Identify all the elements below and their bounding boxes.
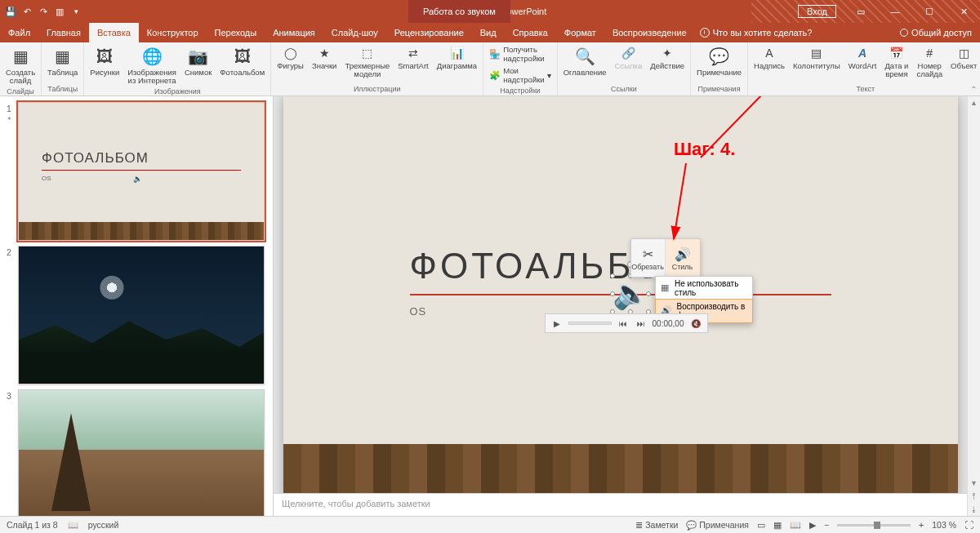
online-picture-icon: 🌐 xyxy=(140,45,163,68)
thumbnail-1[interactable]: ФОТОАЛЬБОМ OS 🔈 xyxy=(18,102,265,241)
link-icon: 🔗 xyxy=(620,45,636,61)
save-icon[interactable]: 💾 xyxy=(5,6,16,17)
comments-toggle[interactable]: 💬 Примечания xyxy=(686,520,749,531)
zoom-level[interactable]: 103 % xyxy=(932,520,956,530)
slideshow-view-icon[interactable]: ▶ xyxy=(809,520,816,531)
zoom-in-button[interactable]: + xyxy=(919,520,924,530)
thumbnail-2[interactable] xyxy=(18,246,265,384)
picture-icon: 🖼 xyxy=(93,45,116,68)
tab-рецензирование[interactable]: Рецензирование xyxy=(386,23,472,42)
reading-view-icon[interactable]: 📖 xyxy=(790,520,801,531)
group-illustrations: ◯Фигуры ★Значки ⬚Трехмерные модели ⇄Smar… xyxy=(271,42,483,95)
person-icon xyxy=(900,29,908,37)
slide-thumbnails-panel[interactable]: 1✶ ФОТОАЛЬБОМ OS 🔈 2 3 xyxy=(0,96,274,516)
tab-формат[interactable]: Формат xyxy=(556,23,604,42)
svg-line-1 xyxy=(674,163,686,239)
slide-editor: ФОТОАЛЬБОМ OS 🔈 ✂Обрезать xyxy=(274,96,967,516)
minimize-icon[interactable]: — xyxy=(879,0,911,23)
normal-view-icon[interactable]: ▭ xyxy=(757,520,765,531)
language-indicator[interactable]: русский xyxy=(88,520,119,530)
online-pictures-button[interactable]: 🌐Изображения из Интернета xyxy=(125,44,179,86)
object-button[interactable]: ◫Объект xyxy=(948,44,979,71)
comment-button[interactable]: 💬Примечание xyxy=(694,44,744,78)
slide-sorter-icon[interactable]: ▦ xyxy=(773,520,782,531)
notes-pane[interactable]: Щелкните, чтобы добавить заметки xyxy=(274,493,967,516)
pictures-button[interactable]: 🖼Рисунки xyxy=(87,44,122,78)
date-icon: 📅 xyxy=(889,45,905,61)
tab-переходы[interactable]: Переходы xyxy=(207,23,265,42)
scroll-up-icon[interactable]: ▲ xyxy=(970,96,978,109)
undo-icon[interactable]: ↶ xyxy=(21,6,33,17)
share-button[interactable]: Общий доступ xyxy=(900,23,980,42)
tab-анимация[interactable]: Анимация xyxy=(265,23,323,42)
tell-me-label: Что вы хотите сделать? xyxy=(713,28,813,38)
signin-button[interactable]: Вход xyxy=(798,5,836,18)
scroll-down-icon[interactable]: ▼ xyxy=(970,477,978,490)
action-button[interactable]: ✦Действие xyxy=(648,44,687,71)
maximize-icon[interactable]: ☐ xyxy=(913,0,946,23)
vertical-scrollbar[interactable]: ▲ ▼ ⭱ ⭳ xyxy=(967,96,980,516)
qat-dropdown-icon[interactable]: ▾ xyxy=(70,6,82,17)
slide-number-button[interactable]: #Номер слайда xyxy=(914,44,945,79)
number-icon: # xyxy=(921,45,938,61)
ribbon-tabs: ФайлГлавнаяВставкаКонструкторПереходыАни… xyxy=(0,23,980,42)
textbox-button[interactable]: AНадпись xyxy=(751,44,787,71)
3d-models-button[interactable]: ⬚Трехмерные модели xyxy=(342,44,392,79)
tab-файл[interactable]: Файл xyxy=(0,23,38,42)
object-icon: ◫ xyxy=(956,45,972,61)
icons-icon: ★ xyxy=(316,45,332,61)
cube-icon: ⬚ xyxy=(359,45,376,61)
chart-button[interactable]: 📊Диаграмма xyxy=(434,44,479,71)
smartart-button[interactable]: ⇄SmartArt xyxy=(395,44,430,71)
wordart-icon: A xyxy=(854,45,871,61)
tab-конструктор[interactable]: Конструктор xyxy=(139,23,207,42)
date-time-button[interactable]: 📅Дата и время xyxy=(882,44,911,79)
link-button[interactable]: 🔗Ссылка xyxy=(612,44,645,71)
screenshot-button[interactable]: 📷Снимок xyxy=(182,44,214,78)
animation-indicator-icon: ✶ xyxy=(7,115,12,122)
thumbnail-slot: 2 xyxy=(0,243,273,387)
zoom-out-button[interactable]: − xyxy=(824,520,829,530)
slide-number: 3 xyxy=(7,391,11,401)
tab-слайд-шоу[interactable]: Слайд-шоу xyxy=(323,23,386,42)
fit-to-window-icon[interactable]: ⛶ xyxy=(964,520,973,530)
get-addins-button[interactable]: 🏪Получить надстройки xyxy=(487,44,554,64)
album-icon: 🖼 xyxy=(231,45,254,68)
textbox-icon: A xyxy=(761,45,777,61)
close-icon[interactable]: ✕ xyxy=(947,0,980,23)
start-from-beginning-icon[interactable]: ▥ xyxy=(54,6,65,17)
status-bar: Слайд 1 из 8 📖 русский ≣ Заметки 💬 Приме… xyxy=(0,516,980,533)
tab-вид[interactable]: Вид xyxy=(472,23,505,42)
new-slide-button[interactable]: ▦Создать слайд xyxy=(3,44,38,86)
tab-воспроизведение[interactable]: Воспроизведение xyxy=(604,23,695,42)
screenshot-icon: 📷 xyxy=(187,45,210,68)
next-slide-icon[interactable]: ⭳ xyxy=(970,503,978,516)
tab-главная[interactable]: Главная xyxy=(38,23,89,42)
tab-справка[interactable]: Справка xyxy=(505,23,556,42)
group-text: AНадпись ▤Колонтитулы AWordArt 📅Дата и в… xyxy=(748,42,980,95)
table-button[interactable]: ▦Таблица xyxy=(45,44,80,78)
tell-me-search[interactable]: i Что вы хотите сделать? xyxy=(700,23,813,42)
slide-indicator[interactable]: Слайд 1 из 8 xyxy=(7,520,58,530)
photo-album-button[interactable]: 🖼Фотоальбом xyxy=(217,44,267,78)
spellcheck-icon[interactable]: 📖 xyxy=(68,520,78,531)
thumbnail-slot: 1✶ ФОТОАЛЬБОМ OS 🔈 xyxy=(0,100,273,243)
shapes-button[interactable]: ◯Фигуры xyxy=(274,44,306,71)
ribbon-display-icon[interactable]: ▭ xyxy=(844,0,877,23)
header-footer-button[interactable]: ▤Колонтитулы xyxy=(791,44,843,71)
icons-button[interactable]: ★Значки xyxy=(310,44,339,71)
slide-number: 2 xyxy=(7,247,11,257)
thumbnail-3[interactable] xyxy=(18,389,265,516)
wordart-button[interactable]: AWordArt xyxy=(846,44,880,71)
new-slide-icon: ▦ xyxy=(9,45,32,68)
my-addins-button[interactable]: 🧩Мои надстройки ▾ xyxy=(487,65,554,85)
notes-toggle[interactable]: ≣ Заметки xyxy=(635,520,678,530)
zoom-slider[interactable] xyxy=(837,524,911,526)
chart-icon: 📊 xyxy=(448,45,465,61)
tab-вставка[interactable]: Вставка xyxy=(89,23,139,42)
collapse-ribbon-icon[interactable]: ⌃ xyxy=(970,85,977,94)
group-comments: 💬Примечание Примечания xyxy=(691,42,748,95)
zoom-button[interactable]: 🔍Оглавление xyxy=(561,44,609,78)
prev-slide-icon[interactable]: ⭱ xyxy=(970,490,978,503)
redo-icon[interactable]: ↷ xyxy=(38,6,49,17)
